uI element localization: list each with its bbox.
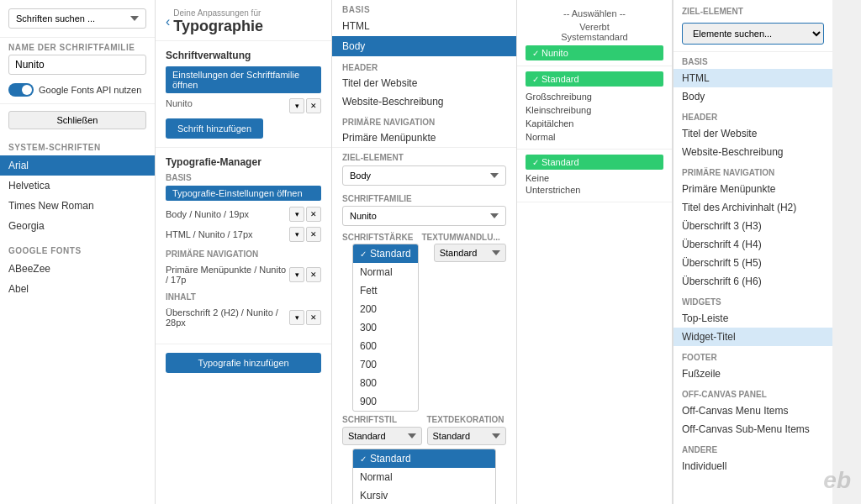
stil-select[interactable]: Standard (342, 427, 422, 445)
body-chevron-down[interactable]: ▾ (289, 207, 304, 222)
typo-manager-section: Typografie-Manager BASIS Typografie-Eins… (156, 148, 331, 344)
schrift-delete[interactable]: ✕ (306, 98, 321, 113)
staerke-dropdown: ✓ Standard Normal Fett 200 300 600 700 8… (352, 244, 419, 412)
center-titelwebsite[interactable]: Titel der Website (332, 74, 516, 92)
schrift-title: Schriftverwaltung (166, 50, 321, 61)
ziel-element-select[interactable]: Body (342, 165, 506, 186)
fr-nav-item-5[interactable]: Überschrift 6 (H6) (673, 272, 832, 291)
nav-controls: ▾ ✕ (289, 267, 321, 282)
style-dropdown: ✓ Standard Normal Kursiv Schräg Initial (352, 449, 496, 504)
staerke-header: SCHRIFTSTÄRKE TEXTUMWANDLU... (332, 229, 516, 244)
fr-nav-item-0[interactable]: Primäre Menüpunkte (673, 180, 832, 198)
schrift-einstellungen-btn[interactable]: Einstellungen der Schriftfamilie öffnen (166, 66, 321, 93)
inhalt-row: Überschrift 2 (H2) / Nunito / 28px ▾ ✕ (166, 305, 321, 330)
font-item-abel[interactable]: Abel (0, 279, 155, 299)
textdekoration-select[interactable]: Standard (427, 427, 507, 445)
fr-html-item[interactable]: HTML (673, 69, 832, 87)
prop-standard2-section: ✓ Standard Keine Unterstrichen (517, 150, 672, 202)
font-item-helvetica[interactable]: Helvetica (0, 176, 155, 196)
font-item-abeezee[interactable]: ABeeZee (0, 259, 155, 279)
family-name-label: NAME DER SCHRIFTFAMILIE (0, 38, 155, 55)
fr-andere-label: ANDERE (673, 438, 832, 457)
style-dropdown-container: ✓ Standard Normal Kursiv Schräg Initial (332, 449, 516, 504)
schrift-section: Schriftverwaltung Einstellungen der Schr… (156, 41, 331, 148)
add-typo-button[interactable]: Typografie hinzufügen (166, 353, 321, 373)
back-button[interactable] (166, 14, 170, 29)
nav-row: Primäre Menüpunkte / Nunito / 17p ▾ ✕ (166, 262, 321, 287)
fr-nav-item-2[interactable]: Überschrift 3 (H3) (673, 217, 832, 235)
left-font-panel: Schriften suchen ... NAME DER SCHRIFTFAM… (0, 0, 156, 504)
textumwandlung-select[interactable]: Standard (434, 244, 506, 262)
far-right-header: ZIEL-ELEMENT (673, 0, 832, 19)
system-fonts-header: SYSTEM-SCHRIFTEN (0, 136, 155, 155)
center-html-item[interactable]: HTML (332, 16, 516, 36)
fr-widget-title[interactable]: Widget-Titel (673, 328, 832, 346)
staerke-900[interactable]: 900 (353, 392, 418, 411)
fr-nav-item-1[interactable]: Titel des Archivinhalt (H2) (673, 198, 832, 217)
textdekoration-label: TEXTDEKORATION (427, 415, 507, 424)
inhalt-label: INHALT (166, 292, 321, 302)
typo-manager-title: Typografie-Manager (166, 156, 321, 168)
staerke-200[interactable]: 200 (353, 300, 418, 318)
center-body-item[interactable]: Body (332, 36, 516, 56)
add-font-button[interactable]: Schrift hinzufügen (166, 118, 263, 139)
staerke-700[interactable]: 700 (353, 355, 418, 374)
schrift-chevron-down[interactable]: ▾ (289, 98, 304, 113)
font-item-arial[interactable]: Arial (0, 155, 155, 176)
fr-body-item[interactable]: Body (673, 87, 832, 106)
inhalt-chevron-down[interactable]: ▾ (289, 310, 304, 325)
fr-titelwebsite[interactable]: Titel der Website (673, 124, 832, 143)
prop-standard1-badge: ✓ Standard (526, 71, 663, 87)
google-fonts-label: Google Fonts API nutzen (39, 85, 141, 95)
schriftfamilie-select[interactable]: Nunito (342, 206, 506, 226)
fr-basis-label: BASIS (673, 52, 832, 69)
staerke-standard[interactable]: ✓ Standard (353, 244, 418, 263)
fr-offcanvas-label: OFF-CANVAS PANEL (673, 383, 832, 402)
center-header-label: HEADER (332, 56, 516, 74)
style-normal[interactable]: Normal (353, 468, 495, 486)
staerke-fett[interactable]: Fett (353, 281, 418, 300)
far-right-search-input[interactable]: Elemente suchen... (682, 23, 824, 45)
prop-gross-item: Großschreibung (526, 90, 663, 103)
stil-label: SCHRIFTSTIL (342, 415, 422, 424)
prop-unter-item: Unterstrichen (526, 183, 663, 197)
close-button[interactable]: Schließen (8, 111, 146, 129)
fr-nav-item-4[interactable]: Überschrift 5 (H5) (673, 254, 832, 272)
nav-chevron-down[interactable]: ▾ (289, 267, 304, 282)
center-websitebeschreibung[interactable]: Website-Beschreibung (332, 92, 516, 111)
middle-typo-panel: Deine Anpassungen für Typographie Schrif… (156, 0, 332, 504)
fr-nav-item-3[interactable]: Überschrift 4 (H4) (673, 235, 832, 254)
fr-footer-item[interactable]: Fußzeile (673, 365, 832, 383)
back-label: Deine Anpassungen für (173, 8, 263, 18)
body-delete[interactable]: ✕ (306, 207, 321, 222)
center-settings-panel: BASIS HTML Body HEADER Titel der Website… (332, 0, 517, 504)
font-item-times[interactable]: Times New Roman (0, 196, 155, 216)
typo-einstellungen-btn[interactable]: Typografie-Einstellungen öffnen (166, 186, 321, 201)
breadcrumb-header: Deine Anpassungen für Typographie (156, 0, 331, 41)
staerke-300[interactable]: 300 (353, 318, 418, 337)
style-kursiv[interactable]: Kursiv (353, 486, 495, 504)
fr-websitebeschreibung[interactable]: Website-Beschreibung (673, 143, 832, 161)
staerke-800[interactable]: 800 (353, 374, 418, 392)
fr-andere-item[interactable]: Individuell (673, 457, 832, 475)
fr-offcanvas-item-0[interactable]: Off-Canvas Menu Items (673, 402, 832, 420)
fr-top-leiste[interactable]: Top-Leiste (673, 309, 832, 328)
font-family-name-input[interactable] (8, 55, 146, 75)
prop-klein-item: Kleinschreibung (526, 103, 663, 117)
nav-delete[interactable]: ✕ (306, 267, 321, 282)
fr-offcanvas-item-1[interactable]: Off-Canvas Sub-Menu Items (673, 420, 832, 438)
html-delete[interactable]: ✕ (306, 227, 321, 242)
font-item-georgia[interactable]: Georgia (0, 216, 155, 236)
far-right-panel: ZIEL-ELEMENT Elemente suchen... BASIS HT… (673, 0, 832, 504)
staerke-normal[interactable]: Normal (353, 263, 418, 281)
google-fonts-toggle[interactable] (8, 83, 34, 97)
prop-standard2-badge: ✓ Standard (526, 155, 663, 170)
html-chevron-down[interactable]: ▾ (289, 227, 304, 242)
font-search-input[interactable]: Schriften suchen ... (8, 8, 146, 29)
style-standard[interactable]: ✓ Standard (353, 449, 495, 468)
inhalt-delete[interactable]: ✕ (306, 310, 321, 325)
center-nav-item[interactable]: Primäre Menüpunkte (332, 129, 516, 147)
staerke-label: SCHRIFTSTÄRKE (342, 233, 413, 242)
staerke-600[interactable]: 600 (353, 337, 418, 355)
html-row-text: HTML / Nunito / 17px (166, 229, 253, 239)
